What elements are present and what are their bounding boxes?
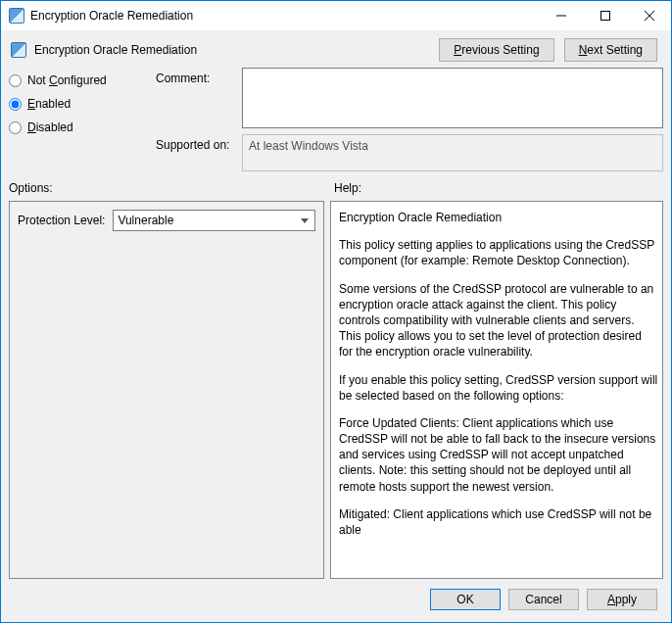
options-panel: Protection Level: Vulnerable [9, 201, 324, 579]
cancel-button[interactable]: Cancel [508, 589, 579, 610]
close-button[interactable] [627, 1, 671, 30]
section-labels: Options: Help: [9, 181, 663, 195]
supported-label: Supported on: [156, 134, 234, 152]
header-row: Encryption Oracle Remediation Previous S… [9, 38, 663, 62]
help-p6: Mitigated: Client applications which use… [339, 506, 658, 538]
window-title: Encryption Oracle Remediation [30, 9, 539, 23]
ok-button[interactable]: OK [430, 589, 501, 610]
state-radio-group: Not Configured Enabled Disabled [9, 68, 146, 134]
radio-not-configured-input[interactable] [9, 74, 22, 87]
comment-label: Comment: [156, 68, 234, 85]
supported-row: Supported on: At least Windows Vista [156, 134, 663, 171]
help-section-label: Help: [334, 181, 361, 195]
svg-rect-1 [600, 12, 609, 21]
protection-level-label: Protection Level: [18, 214, 105, 227]
close-icon [645, 11, 654, 21]
titlebar: Encryption Oracle Remediation [1, 1, 671, 30]
radio-enabled-input[interactable] [9, 98, 22, 111]
next-setting-button[interactable]: Next Setting [564, 38, 657, 62]
minimize-icon [556, 11, 566, 21]
protection-level-select[interactable]: Vulnerable [113, 210, 315, 231]
apply-button[interactable]: Apply [587, 589, 657, 610]
content-area: Encryption Oracle Remediation Previous S… [1, 30, 671, 622]
nav-next-rest: ext Setting [587, 43, 643, 57]
comment-row: Comment: [156, 68, 663, 128]
radio-disabled[interactable]: Disabled [9, 120, 146, 134]
dialog-footer: OK Cancel Apply [9, 585, 663, 614]
nav-prev-rest: revious Setting [461, 43, 539, 57]
supported-on-value: At least Windows Vista [242, 134, 663, 171]
help-panel[interactable]: Encryption Oracle Remediation This polic… [330, 201, 663, 579]
radio-not-configured[interactable]: Not Configured [9, 73, 146, 87]
panels-row: Protection Level: Vulnerable Encryption … [9, 201, 663, 579]
minimize-button[interactable] [539, 1, 583, 30]
help-p5: Force Updated Clients: Client applicatio… [339, 415, 658, 495]
state-and-fields-row: Not Configured Enabled Disabled Comment: [9, 68, 663, 171]
previous-setting-button[interactable]: Previous Setting [439, 38, 553, 62]
gpo-icon [9, 8, 24, 24]
help-p4: If you enable this policy setting, CredS… [339, 372, 658, 404]
dialog-window: Encryption Oracle Remediation Encryption… [0, 0, 672, 623]
field-column: Comment: Supported on: At least Windows … [156, 68, 663, 171]
gpo-icon [11, 42, 26, 58]
maximize-button[interactable] [583, 1, 627, 30]
protection-level-row: Protection Level: Vulnerable [18, 210, 315, 231]
options-section-label: Options: [9, 181, 324, 195]
comment-textarea[interactable] [242, 68, 663, 128]
protection-level-value: Vulnerable [118, 214, 173, 227]
radio-enabled[interactable]: Enabled [9, 97, 146, 111]
help-p2: This policy setting applies to applicati… [339, 237, 658, 268]
policy-heading: Encryption Oracle Remediation [34, 43, 431, 57]
radio-disabled-input[interactable] [9, 121, 22, 134]
help-p3: Some versions of the CredSSP protocol ar… [339, 281, 658, 360]
help-p1: Encryption Oracle Remediation [339, 210, 658, 225]
maximize-icon [600, 11, 610, 21]
